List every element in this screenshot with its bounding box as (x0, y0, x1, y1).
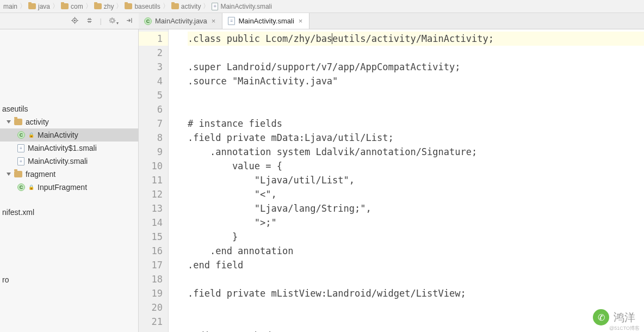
breadcrumb-item[interactable]: activity (171, 3, 201, 10)
code-line: "Ljava/util/List", (188, 175, 355, 186)
line-number: 9 (139, 145, 163, 159)
lock-icon: 🔒 (28, 132, 34, 138)
breadcrumb-bar: main 〉 java 〉 com 〉 zhy 〉 baseutils 〉 ac… (0, 0, 644, 13)
package-icon (28, 3, 36, 9)
line-number: 19 (139, 286, 163, 300)
code-editor[interactable]: 1 2 3 4 5 6 7 8 9 10 11 12 13 14 15 16 1… (139, 29, 644, 332)
file-icon: ≡ (228, 17, 235, 25)
line-number: 20 (139, 300, 163, 315)
breadcrumb-label: java (38, 3, 50, 10)
breadcrumb-item[interactable]: main (3, 3, 17, 10)
breadcrumb-separator: 〉 (52, 2, 59, 11)
tree-file-manifest[interactable]: nifest.xml (0, 206, 138, 219)
line-number: 4 (139, 74, 163, 88)
project-tool-buttons: | ▾ (0, 13, 139, 29)
line-gutter: 1 2 3 4 5 6 7 8 9 10 11 12 13 14 15 16 1… (139, 29, 169, 332)
tree-label: fragment (26, 170, 55, 179)
watermark: ✆ 鸿洋 (593, 309, 635, 325)
code-line: # instance fields (188, 118, 282, 129)
line-number: 12 (139, 187, 163, 201)
line-number: 8 (139, 131, 163, 145)
hide-icon[interactable] (125, 16, 133, 26)
folder-icon (14, 171, 22, 177)
line-number: 10 (139, 159, 163, 173)
line-number: 16 (139, 244, 163, 258)
tree-file-mainactivity[interactable]: C 🔒 MainActivity (0, 128, 138, 142)
breadcrumb-separator: 〉 (116, 2, 122, 11)
expand-icon[interactable] (7, 120, 11, 124)
toolbar-row: | ▾ C MainActivity.java × ≡ MainActivity… (0, 13, 644, 29)
locate-icon[interactable] (71, 16, 79, 26)
tree-label: ro (2, 275, 9, 284)
code-line: "<", (188, 189, 277, 200)
breadcrumb-separator: 〉 (203, 2, 209, 11)
tree-folder-activity[interactable]: activity (0, 115, 138, 128)
breadcrumb-label: MainActivity.smali (220, 3, 271, 10)
breadcrumb-item[interactable]: MainActivity.smali (212, 3, 271, 10)
tree-label: InputFragment (38, 183, 87, 192)
breadcrumb-label: main (3, 3, 17, 10)
code-line: ">;" (188, 217, 277, 228)
package-icon (61, 3, 69, 9)
line-number: 21 (139, 315, 163, 329)
lock-icon: 🔒 (28, 185, 34, 190)
project-tree: aseutils activity C 🔒 MainActivity ≡ Mai… (0, 29, 139, 332)
breadcrumb-item[interactable]: com (61, 3, 83, 10)
line-number: 1 (139, 32, 168, 46)
code-line: "Ljava/lang/String;", (188, 203, 371, 214)
breadcrumb-item[interactable]: baseutils (125, 3, 160, 10)
tab-mainactivity-smali[interactable]: ≡ MainActivity.smali × (222, 13, 309, 29)
gear-icon[interactable]: ▾ (108, 16, 119, 26)
breadcrumb-label: zhy (104, 3, 114, 10)
svg-point-1 (74, 20, 75, 21)
breadcrumb-separator: 〉 (20, 2, 26, 11)
code-line: .field private mData:Ljava/util/List; (188, 132, 394, 143)
class-icon: C (17, 131, 25, 139)
code-content[interactable]: .class public Lcom/zhy/baseutils/activit… (169, 29, 644, 332)
tab-label: MainActivity.java (155, 17, 207, 25)
line-number: 17 (139, 258, 163, 272)
tree-folder-baseutils[interactable]: aseutils (0, 102, 138, 115)
tree-folder-fragment[interactable]: fragment (0, 168, 138, 181)
close-icon[interactable]: × (210, 17, 217, 25)
tree-file-mainactivity-smali[interactable]: ≡ MainActivity.smali (0, 155, 138, 168)
line-number: 11 (139, 173, 163, 187)
tree-label: MainActivity.smali (28, 157, 88, 165)
breadcrumb-item[interactable]: zhy (94, 3, 114, 10)
code-line: .end field (188, 260, 243, 270)
expand-icon[interactable] (7, 173, 11, 176)
tree-file-mainactivity1-smali[interactable]: ≡ MainActivity$1.smali (0, 142, 138, 155)
main-area: aseutils activity C 🔒 MainActivity ≡ Mai… (0, 29, 644, 332)
breadcrumb-label: com (71, 3, 83, 10)
code-line: } (188, 231, 238, 242)
code-line: .class public Lcom/zhy/baseutils/activit… (188, 32, 644, 46)
breadcrumb-label: baseutils (134, 3, 160, 10)
tree-item-ro[interactable]: ro (0, 273, 138, 286)
collapse-icon[interactable] (85, 16, 94, 26)
tree-label: MainActivity (38, 131, 78, 139)
package-icon (94, 3, 102, 9)
breadcrumb-separator: 〉 (163, 2, 169, 11)
package-icon (171, 3, 179, 9)
code-line: .end annotation (188, 245, 293, 256)
file-icon: ≡ (17, 157, 24, 165)
divider: | (100, 17, 102, 25)
breadcrumb-item[interactable]: java (28, 3, 50, 10)
code-line: .annotation system Ldalvik/annotation/Si… (188, 146, 477, 157)
tree-file-inputfragment[interactable]: C 🔒 InputFragment (0, 181, 138, 194)
tree-label: MainActivity$1.smali (28, 144, 97, 152)
tree-label: aseutils (2, 104, 28, 113)
close-icon[interactable]: × (298, 17, 304, 25)
package-icon (125, 3, 132, 9)
editor-tabs: C MainActivity.java × ≡ MainActivity.sma… (139, 13, 644, 29)
file-icon (212, 3, 218, 10)
code-line: .super Landroid/support/v7/app/AppCompat… (188, 62, 461, 72)
breadcrumb-label: activity (181, 3, 201, 10)
code-line: .source "MainActivity.java" (188, 76, 338, 87)
line-number: 15 (139, 230, 163, 244)
wechat-icon: ✆ (593, 309, 609, 325)
tab-mainactivity-java[interactable]: C MainActivity.java × (139, 13, 222, 29)
tab-label: MainActivity.smali (238, 17, 294, 25)
code-line: value = { (188, 161, 282, 171)
watermark-text: 鸿洋 (614, 310, 635, 325)
